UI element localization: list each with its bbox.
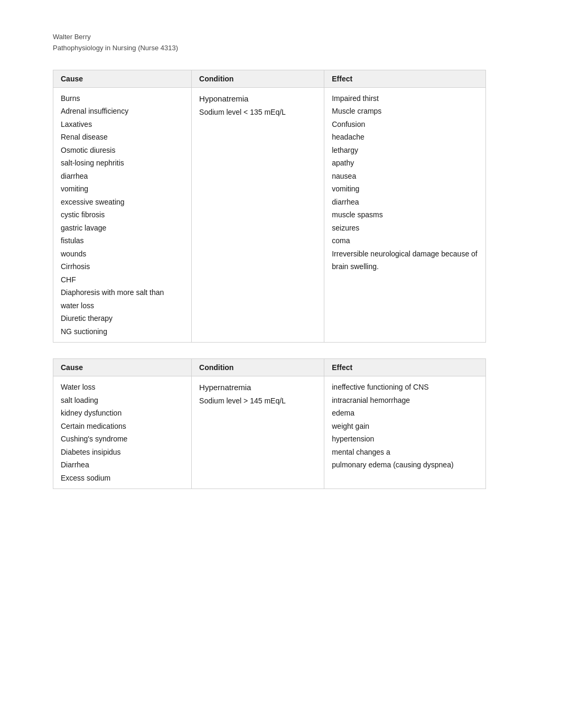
cause-item: Excess sodium [61, 472, 184, 485]
header-condition-2: Condition [192, 359, 324, 376]
effect-item: Confusion [332, 118, 478, 131]
condition-level: Sodium level < 135 mEq/L [199, 106, 316, 119]
hyponatremia-table: Cause Condition Effect Burns Adrenal ins… [53, 70, 486, 343]
cause-item: Certain medications [61, 420, 184, 433]
effect-item: vomiting [332, 182, 478, 196]
condition-name: Hyponatremia [199, 92, 316, 106]
condition-cell: Hyponatremia Sodium level < 135 mEq/L [192, 87, 324, 343]
effect-item: pulmonary edema (causing dyspnea) [332, 458, 478, 472]
cause-item: Adrenal insufficiency [61, 105, 184, 118]
effect-item: coma [332, 234, 478, 247]
cause-cell-2: Water loss salt loading kidney dysfuncti… [53, 376, 192, 489]
cause-item: CHF [61, 273, 184, 287]
effect-item: lethargy [332, 144, 478, 157]
effect-item: weight gain [332, 420, 478, 433]
cause-item: wounds [61, 247, 184, 261]
cause-item: Renal disease [61, 131, 184, 144]
effect-item: seizures [332, 222, 478, 235]
cause-item: diarrhea [61, 170, 184, 183]
header-effect-2: Effect [324, 359, 486, 376]
cause-item: gastric lavage [61, 222, 184, 235]
cause-item: excessive sweating [61, 196, 184, 209]
cause-item: vomiting [61, 182, 184, 196]
effect-item: Irreversible neurological damage because… [332, 247, 478, 273]
header-effect: Effect [324, 70, 486, 87]
cause-item: Cirrhosis [61, 260, 184, 273]
cause-item: Burns [61, 92, 184, 105]
cause-item: Cushing's syndrome [61, 432, 184, 446]
effect-cell-2: ineffective functioning of CNS intracran… [324, 376, 486, 489]
effect-item: headache [332, 131, 478, 144]
effect-item: nausea [332, 170, 478, 183]
condition-cell-2: Hypernatremia Sodium level > 145 mEq/L [192, 376, 324, 489]
effect-item: diarrhea [332, 196, 478, 209]
cause-cell: Burns Adrenal insufficiency Laxatives Re… [53, 87, 192, 343]
cause-item: kidney dysfunction [61, 407, 184, 420]
cause-item: Laxatives [61, 118, 184, 131]
cause-item: salt loading [61, 394, 184, 407]
cause-item: cystic fibrosis [61, 208, 184, 222]
cause-item: Diuretic therapy [61, 312, 184, 325]
effect-item: intracranial hemorrhage [332, 394, 478, 407]
effect-item: hypertension [332, 432, 478, 446]
author-name: Walter Berry [53, 32, 529, 43]
cause-item: Diarrhea [61, 458, 184, 472]
condition-name-2: Hypernatremia [199, 381, 316, 394]
cause-item: Diabetes insipidus [61, 446, 184, 459]
effect-cell: Impaired thirst Muscle cramps Confusion … [324, 87, 486, 343]
table-row: Burns Adrenal insufficiency Laxatives Re… [53, 87, 486, 343]
cause-item: Diaphoresis with more salt than water lo… [61, 286, 184, 312]
cause-item: Water loss [61, 381, 184, 394]
effect-item: muscle spasms [332, 208, 478, 222]
effect-item: Muscle cramps [332, 105, 478, 118]
effect-item: apathy [332, 156, 478, 170]
header-condition: Condition [192, 70, 324, 87]
cause-item: NG suctioning [61, 325, 184, 338]
header-cause-2: Cause [53, 359, 192, 376]
cause-item: salt-losing nephritis [61, 156, 184, 170]
effect-item: Impaired thirst [332, 92, 478, 105]
effect-item: ineffective functioning of CNS [332, 381, 478, 394]
author-block: Walter Berry Pathophysiology in Nursing … [53, 32, 529, 54]
effect-item: edema [332, 407, 478, 420]
header-cause: Cause [53, 70, 192, 87]
cause-item: Osmotic diuresis [61, 144, 184, 157]
cause-item: fistulas [61, 234, 184, 247]
effect-item: mental changes a [332, 446, 478, 459]
hypernatremia-table: Cause Condition Effect Water loss salt l… [53, 358, 486, 489]
course-name: Pathophysiology in Nursing (Nurse 4313) [53, 43, 529, 54]
table-row: Water loss salt loading kidney dysfuncti… [53, 376, 486, 489]
condition-level-2: Sodium level > 145 mEq/L [199, 394, 316, 408]
